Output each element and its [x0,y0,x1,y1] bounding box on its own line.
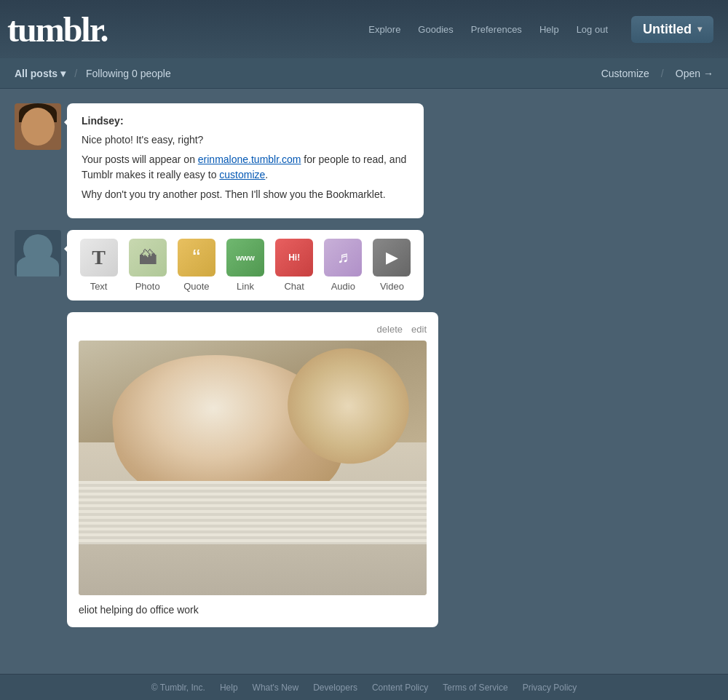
photo-post-actions: delete edit [79,324,427,335]
chat-icon: Hi! [275,239,313,277]
all-posts-arrow: ▾ [60,68,66,79]
open-button[interactable]: Open → [676,68,713,79]
footer-terms[interactable]: Terms of Service [443,683,507,693]
open-arrow: → [703,68,713,79]
post-type-video[interactable]: ▶ Video [370,239,414,292]
photo-post: delete edit eliot helping do office work [67,312,438,627]
video-label: Video [380,281,404,292]
footer-privacy[interactable]: Privacy Policy [523,683,577,693]
message-post-row: Lindsey: Nice photo! It's easy, right? Y… [15,103,713,218]
photo-caption: eliot helping do office work [79,604,427,616]
nav-preferences[interactable]: Preferences [462,24,531,35]
text-icon: T [80,239,118,277]
all-posts-link[interactable]: All posts ▾ [15,68,66,79]
message-author: Lindsey: [82,115,409,127]
blog-switcher[interactable]: Untitled ▾ [631,16,713,43]
footer-developers[interactable]: Developers [313,683,357,693]
message-line3: Why don't you try another post. Then I'l… [82,187,409,202]
footer-content-policy[interactable]: Content Policy [372,683,428,693]
edit-button[interactable]: edit [411,324,427,335]
subheader-right: Customize / Open → [601,68,713,79]
papers-lines [79,481,427,545]
main-content: Lindsey: Nice photo! It's easy, right? Y… [0,89,728,642]
nav-help[interactable]: Help [531,24,568,35]
post-types-row: T Text 🏔 Photo “ Quote www Link Hi! Chat… [15,230,713,301]
avatar-lindsey [15,103,61,150]
post-type-chat[interactable]: Hi! Chat [272,239,316,292]
post-type-link[interactable]: www Link [223,239,267,292]
audio-icon: ♬ [324,239,362,277]
nav: Explore Goodies Preferences Help Log out… [360,16,713,43]
message-line2: Your posts will appear on erinmalone.tum… [82,152,409,183]
nav-explore[interactable]: Explore [360,24,409,35]
subheader-separator2: / [661,68,664,79]
post-type-photo[interactable]: 🏔 Photo [126,239,170,292]
open-label: Open [676,68,700,79]
following-link[interactable]: Following 0 people [86,68,171,79]
footer-help[interactable]: Help [220,683,238,693]
footer: © Tumblr, Inc. Help What's New Developer… [0,674,728,700]
message-bubble: Lindsey: Nice photo! It's easy, right? Y… [67,103,424,218]
footer-whats-new[interactable]: What's New [253,683,299,693]
subheader: All posts ▾ / Following 0 people Customi… [0,58,728,89]
quote-label: Quote [183,281,209,292]
photo-image [79,341,427,595]
avatar-silhouette-body [17,255,59,277]
video-icon: ▶ [373,239,411,277]
post-types-bubble: T Text 🏔 Photo “ Quote www Link Hi! Chat… [67,230,424,301]
copyright: © Tumblr, Inc. [151,683,205,693]
post-type-audio[interactable]: ♬ Audio [321,239,365,292]
blog-dropdown-arrow: ▾ [697,24,702,34]
line2-prefix: Your posts will appear on [82,154,198,165]
post-type-quote[interactable]: “ Quote [175,239,218,292]
message-line1: Nice photo! It's easy, right? [82,132,409,148]
logo: tumblr. [7,9,108,49]
customize-link[interactable]: customize [219,169,265,180]
photo-label: Photo [135,281,160,292]
nav-goodies[interactable]: Goodies [409,24,462,35]
delete-button[interactable]: delete [377,324,403,335]
audio-label: Audio [331,281,355,292]
quote-icon: “ [178,239,215,277]
customize-button[interactable]: Customize [601,68,649,79]
header: tumblr. Explore Goodies Preferences Help… [0,0,728,58]
avatar-default [15,230,61,277]
subheader-left: All posts ▾ / Following 0 people [15,68,171,79]
text-label: Text [90,281,108,292]
all-posts-label: All posts [15,68,58,79]
link-label: Link [237,281,254,292]
avatar-face [21,108,55,146]
blog-name: Untitled [643,22,692,37]
subheader-separator: / [74,68,77,79]
chat-label: Chat [284,281,304,292]
post-type-text[interactable]: T Text [77,239,121,292]
photo-icon: 🏔 [129,239,167,277]
line2-suffix2: . [265,169,268,180]
nav-logout[interactable]: Log out [568,24,617,35]
link-icon: www [226,239,264,277]
tumblr-link[interactable]: erinmalone.tumblr.com [198,154,301,165]
